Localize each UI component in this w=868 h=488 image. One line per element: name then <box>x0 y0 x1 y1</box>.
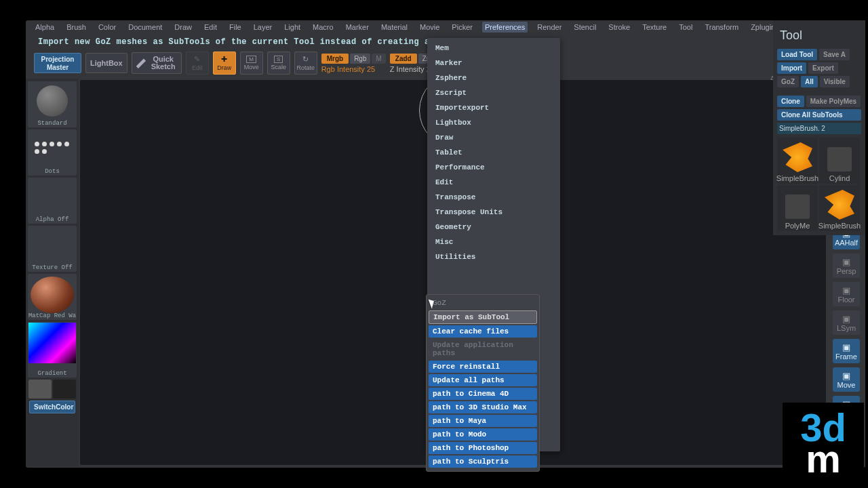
stroke-selector[interactable]: Dots <box>28 129 77 176</box>
persp-button[interactable]: ▣Persp <box>833 253 860 278</box>
left-brush-panel: Standard Dots Alpha Off Texture Off MatC… <box>26 79 79 466</box>
update-application-paths-button[interactable]: Update application paths <box>429 339 537 359</box>
quick-sketch-label: Quick Sketch <box>150 56 177 70</box>
menu-edit[interactable]: Edit <box>201 22 220 33</box>
draw-mode-button[interactable]: ✚Draw <box>213 52 236 75</box>
pref-item-edit[interactable]: Edit <box>429 175 559 190</box>
subtool-item[interactable]: SimpleBrush <box>819 185 860 231</box>
tool-panel: Tool Load ToolSave A ImportExport GoZAll… <box>773 20 865 235</box>
menu-stroke[interactable]: Stroke <box>606 22 633 33</box>
subtool-item[interactable]: SimpleBrush <box>777 138 818 184</box>
menu-file[interactable]: File <box>226 22 244 33</box>
rgb-button[interactable]: Rgb <box>350 54 370 64</box>
goz-button[interactable]: GoZ <box>777 76 799 87</box>
quick-sketch-button[interactable]: Quick Sketch <box>132 52 182 74</box>
force-reinstall-button[interactable]: Force reinstall <box>429 361 537 373</box>
texture-selector[interactable]: Texture Off <box>28 226 77 272</box>
material-selector[interactable]: MatCap Red Wa <box>28 274 77 320</box>
pref-item-misc[interactable]: Misc <box>429 235 559 249</box>
goz-submenu-header: GoZ <box>429 297 537 309</box>
path-to-modo-button[interactable]: path to Modo <box>429 428 537 441</box>
pref-item-transpose[interactable]: Transpose <box>429 190 559 205</box>
menu-transform[interactable]: Transform <box>702 22 741 33</box>
pref-item-transpose-units[interactable]: Transpose Units <box>429 205 559 220</box>
alpha-selector[interactable]: Alpha Off <box>28 178 77 224</box>
menu-macro[interactable]: Macro <box>310 22 336 33</box>
frame-button[interactable]: ▣Frame <box>833 339 860 363</box>
clone-button[interactable]: Clone <box>777 96 804 107</box>
goz-visible-button[interactable]: Visible <box>820 76 850 87</box>
menu-material[interactable]: Material <box>378 22 410 33</box>
current-tool-label: SimpleBrush. 2 <box>777 123 861 134</box>
import-button[interactable]: Import <box>777 62 806 74</box>
lsym-button[interactable]: ▣LSym <box>833 310 860 335</box>
projection-master-button[interactable]: Projection Master <box>34 53 81 73</box>
rotate-mode-button[interactable]: ↻Rotate <box>294 52 317 75</box>
clone-all-subtools-button[interactable]: Clone All SubTools <box>777 109 861 121</box>
lightbox-button[interactable]: LightBox <box>85 53 127 73</box>
main-menu-bar: AlphaBrushColorDocumentDrawEditFileLayer… <box>26 20 865 34</box>
menu-texture[interactable]: Texture <box>639 22 669 33</box>
menu-layer[interactable]: Layer <box>251 22 275 33</box>
menu-marker[interactable]: Marker <box>343 22 372 33</box>
main-color-swatch[interactable] <box>28 380 52 399</box>
pref-item-importexport[interactable]: Importexport <box>429 100 559 115</box>
scale-mode-button[interactable]: SScale <box>267 52 290 75</box>
secondary-color-swatch[interactable] <box>53 380 76 399</box>
path-to-cinema4d-button[interactable]: path to Cinema 4D <box>429 388 537 400</box>
import-as-subtool-button[interactable]: Import as SubTool <box>429 310 537 324</box>
menu-picker[interactable]: Picker <box>449 22 475 33</box>
move-mode-button[interactable]: MMove <box>240 52 263 75</box>
pref-item-mem[interactable]: Mem <box>429 41 559 56</box>
zadd-button[interactable]: Zadd <box>390 54 417 64</box>
pref-item-utilities[interactable]: Utilities <box>429 249 559 264</box>
menu-brush[interactable]: Brush <box>64 22 89 33</box>
pref-item-zsphere[interactable]: Zsphere <box>429 70 559 85</box>
pref-item-geometry[interactable]: Geometry <box>429 220 559 235</box>
clear-cache-files-button[interactable]: Clear cache files <box>429 325 537 338</box>
subtool-item[interactable]: Cylind <box>819 138 860 184</box>
edit-mode-button[interactable]: ✎Edit <box>186 52 209 75</box>
menu-light[interactable]: Light <box>281 22 303 33</box>
update-all-paths-button[interactable]: Update all paths <box>429 374 537 386</box>
pref-item-marker[interactable]: Marker <box>429 56 559 70</box>
menu-tool[interactable]: Tool <box>676 22 695 33</box>
pref-item-performance[interactable]: Performance <box>429 160 559 175</box>
watermark-logo: 3dm <box>783 403 864 484</box>
menu-document[interactable]: Document <box>125 22 165 33</box>
tool-panel-title: Tool <box>777 24 861 47</box>
menu-draw[interactable]: Draw <box>172 22 195 33</box>
menu-alpha[interactable]: Alpha <box>33 22 57 33</box>
pencil-icon <box>136 58 147 68</box>
path-to-photoshop-button[interactable]: path to Photoshop <box>429 442 537 454</box>
rgb-intensity-slider[interactable]: Rgb Intensity 25 <box>321 65 386 73</box>
pref-item-tablet[interactable]: Tablet <box>429 145 559 160</box>
brush-selector[interactable]: Standard <box>28 81 77 127</box>
pref-item-lightbox[interactable]: Lightbox <box>429 115 559 130</box>
path-to-sculptris-button[interactable]: path to Sculptris <box>429 455 537 468</box>
mrgb-button[interactable]: Mrgb <box>321 54 349 64</box>
floor-button[interactable]: ▣Floor <box>833 282 860 306</box>
subtool-grid: SimpleBrushCylindPolyMeSimpleBrush <box>777 138 861 231</box>
menu-preferences[interactable]: Preferences <box>482 22 528 33</box>
save-as-button[interactable]: Save A <box>819 49 850 60</box>
load-tool-button[interactable]: Load Tool <box>777 49 817 60</box>
pref-item-zscript[interactable]: Zscript <box>429 85 559 100</box>
subtool-item[interactable]: PolyMe <box>777 185 818 231</box>
color-picker[interactable]: Gradient <box>28 322 77 378</box>
switch-color-button[interactable]: SwitchColor <box>29 401 75 413</box>
goz-all-button[interactable]: All <box>801 76 818 87</box>
menu-movie[interactable]: Movie <box>417 22 442 33</box>
menu-render[interactable]: Render <box>534 22 564 33</box>
menu-color[interactable]: Color <box>96 22 119 33</box>
pref-item-draw[interactable]: Draw <box>429 130 559 145</box>
make-polymesh-button[interactable]: Make PolyMes <box>806 96 861 107</box>
export-button[interactable]: Export <box>808 62 838 74</box>
preferences-menu: MemMarkerZsphereZscriptImportexportLight… <box>427 38 560 451</box>
m-button[interactable]: M <box>372 54 385 64</box>
move-button[interactable]: ▣Move <box>833 367 860 392</box>
path-to-maya-button[interactable]: path to Maya <box>429 415 537 427</box>
goz-submenu: GoZ Import as SubTool Clear cache files … <box>426 294 540 472</box>
menu-stencil[interactable]: Stencil <box>571 22 599 33</box>
path-to-3dsmax-button[interactable]: path to 3D Studio Max <box>429 401 537 413</box>
